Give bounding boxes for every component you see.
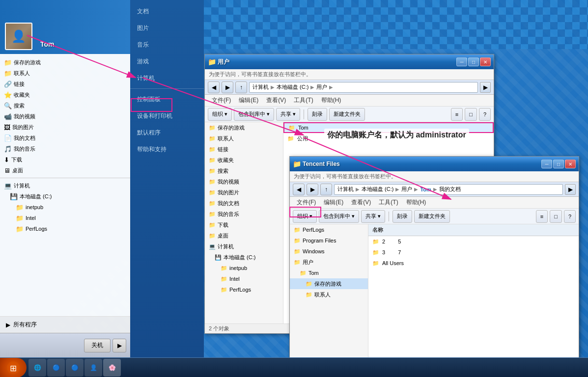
explorer2-newfolder-btn[interactable]: 新建文件夹 xyxy=(414,210,450,223)
explorer2-share-btn[interactable]: 共享 ▾ xyxy=(361,210,385,223)
explorer2-go-button[interactable]: ▶ xyxy=(565,184,576,195)
nav2-users[interactable]: 📁 用户 xyxy=(290,257,368,268)
explorer1-address-path[interactable]: 计算机 ▶ 本地磁盘 (C:) ▶ 用户 ▶ xyxy=(249,82,478,93)
program-search[interactable]: 🔍 搜索 xyxy=(0,100,130,111)
nav-contacts[interactable]: 📁 联系人 xyxy=(205,133,283,144)
explorer1-up-button[interactable]: ↑ xyxy=(235,81,247,93)
right-menu-help[interactable]: 帮助和支持 xyxy=(130,141,204,158)
explorer2-menu-tools[interactable]: 工具(T) xyxy=(375,197,402,208)
right-menu-computer[interactable]: 计算机 xyxy=(130,70,204,86)
explorer2-maximize-button[interactable]: □ xyxy=(553,160,564,168)
explorer1-menu-help[interactable]: 帮助(H) xyxy=(317,95,345,106)
explorer1-go-button[interactable]: ▶ xyxy=(480,82,491,93)
nav-downloads[interactable]: 📁 下载 xyxy=(205,219,283,230)
explorer1-menu-edit[interactable]: 编辑(E) xyxy=(235,95,262,106)
nav-local-disk-c[interactable]: 💾 本地磁盘 (C:) xyxy=(205,252,283,263)
explorer2-all-users[interactable]: 📁 All Users xyxy=(368,258,579,269)
explorer2-close-button[interactable]: ✕ xyxy=(565,160,576,168)
explorer2-file-3[interactable]: 📁 3 7 xyxy=(368,247,579,258)
explorer1-newfolder-btn[interactable]: 新建文件夹 xyxy=(329,108,365,121)
explorer2-preview-btn[interactable]: □ xyxy=(550,210,562,223)
program-computer[interactable]: 💻 计算机 xyxy=(0,180,130,191)
nav2-contacts[interactable]: 📁 联系人 xyxy=(290,289,368,300)
nav-favorites[interactable]: 📁 收藏夹 xyxy=(205,155,283,165)
program-my-pictures[interactable]: 🖼 我的图片 xyxy=(0,122,130,133)
program-my-music[interactable]: 🎵 我的音乐 xyxy=(0,143,130,154)
explorer2-back-button[interactable]: ◀ xyxy=(293,184,305,195)
nav-inetpub[interactable]: 📁 inetpub xyxy=(205,263,283,273)
explorer1-organize-btn[interactable]: 组织 ▾ xyxy=(208,108,232,121)
nav2-tom[interactable]: 📁 Tom xyxy=(290,268,368,278)
nav-saved-games[interactable]: 📁 保存的游戏 xyxy=(205,122,283,133)
right-menu-documents[interactable]: 文档 xyxy=(130,3,204,20)
nav-my-video[interactable]: 📁 我的视频 xyxy=(205,176,283,187)
explorer2-minimize-button[interactable]: ─ xyxy=(541,160,552,168)
explorer1-menu-view[interactable]: 查看(V) xyxy=(262,95,290,106)
nav-my-music[interactable]: 📁 我的音乐 xyxy=(205,209,283,219)
explorer1-include-btn[interactable]: 包含到库中 ▾ xyxy=(234,108,274,121)
explorer2-view-btn[interactable]: ≡ xyxy=(536,210,548,223)
nav-my-documents[interactable]: 📁 我的文档 xyxy=(205,198,283,209)
right-menu-music[interactable]: 音乐 xyxy=(130,36,204,53)
nav2-perflogs[interactable]: 📁 PerfLogs xyxy=(290,224,368,235)
program-my-documents[interactable]: 📄 我的文档 xyxy=(0,133,130,143)
nav-intel[interactable]: 📁 Intel xyxy=(205,273,283,284)
explorer1-view-btn[interactable]: ≡ xyxy=(451,108,463,121)
explorer1-forward-button[interactable]: ▶ xyxy=(222,81,233,93)
shutdown-arrow-button[interactable]: ▶ xyxy=(112,339,126,352)
program-links[interactable]: 🔗 链接 xyxy=(0,79,130,89)
explorer1-minimize-button[interactable]: ─ xyxy=(456,57,467,66)
program-perflogs[interactable]: 📁 PerfLogs xyxy=(0,223,130,234)
taskbar-item-1[interactable]: 🌐 xyxy=(28,359,46,377)
explorer2-menu-file[interactable]: 文件(F) xyxy=(293,197,320,208)
start-button[interactable]: ⊞ xyxy=(0,358,27,377)
explorer2-menu-help[interactable]: 帮助(H) xyxy=(402,197,430,208)
shutdown-button[interactable]: 关机 xyxy=(84,339,111,352)
program-inetpub[interactable]: 📁 inetpub xyxy=(0,202,130,213)
explorer2-include-btn[interactable]: 包含到库中 ▾ xyxy=(319,210,359,223)
explorer2-menu-view[interactable]: 查看(V) xyxy=(347,197,375,208)
nav-search[interactable]: 📁 搜索 xyxy=(205,165,283,176)
taskbar-item-3[interactable]: 🔵 xyxy=(66,359,84,377)
program-intel[interactable]: 📁 Intel xyxy=(0,213,130,223)
taskbar-item-4[interactable]: 👤 xyxy=(84,359,102,377)
explorer1-share-btn[interactable]: 共享 ▾ xyxy=(276,108,300,121)
program-local-disk[interactable]: 💾 本地磁盘 (C:) xyxy=(0,191,130,202)
explorer2-organize-btn[interactable]: 组织 ▾ xyxy=(293,210,317,223)
nav2-program-files[interactable]: 📁 Program Files xyxy=(290,235,368,246)
explorer1-close-button[interactable]: ✕ xyxy=(480,57,491,66)
program-desktop[interactable]: 🖥 桌面 xyxy=(0,165,130,176)
explorer1-preview-btn[interactable]: □ xyxy=(465,108,477,121)
right-menu-games[interactable]: 游戏 xyxy=(130,53,204,70)
explorer1-back-button[interactable]: ◀ xyxy=(208,81,220,93)
explorer1-maximize-button[interactable]: □ xyxy=(468,57,479,66)
explorer2-menu-edit[interactable]: 编辑(E) xyxy=(320,197,347,208)
nav2-saved-games[interactable]: 📁 保存的游戏 xyxy=(290,278,368,289)
explorer2-forward-button[interactable]: ▶ xyxy=(307,184,318,195)
program-downloads[interactable]: ⬇ 下载 xyxy=(0,154,130,165)
explorer1-burn-btn[interactable]: 刻录 xyxy=(308,108,327,121)
program-favorites[interactable]: ⭐ 收藏夹 xyxy=(0,89,130,100)
explorer1-menu-file[interactable]: 文件(F) xyxy=(208,95,235,106)
explorer2-address-path[interactable]: 计算机 ▶ 本地磁盘 (C:) ▶ 用户 ▶ Tom ▶ 我的文档 xyxy=(334,184,563,195)
explorer2-up-button[interactable]: ↑ xyxy=(320,184,332,195)
explorer2-file-2[interactable]: 📁 2 5 xyxy=(368,236,579,247)
program-my-video[interactable]: 📹 我的视频 xyxy=(0,111,130,122)
nav-perflogs[interactable]: 📁 PerfLogs xyxy=(205,284,283,295)
nav-desktop[interactable]: 📁 桌面 xyxy=(205,230,283,241)
nav-computer[interactable]: 💻 计算机 xyxy=(205,241,283,252)
right-menu-default-programs[interactable]: 默认程序 xyxy=(130,124,204,141)
taskbar-item-2[interactable]: 🔵 xyxy=(47,359,65,377)
nav-my-pictures[interactable]: 📁 我的图片 xyxy=(205,187,283,198)
program-saved-games[interactable]: 📁 保存的游戏 xyxy=(0,57,130,68)
right-menu-devices[interactable]: 设备和打印机 xyxy=(130,108,204,124)
right-menu-pictures[interactable]: 图片 xyxy=(130,20,204,36)
program-contacts[interactable]: 📁 联系人 xyxy=(0,68,130,79)
explorer1-menu-tools[interactable]: 工具(T) xyxy=(290,95,317,106)
explorer1-help-btn[interactable]: ? xyxy=(479,108,491,121)
explorer2-help-btn[interactable]: ? xyxy=(564,210,576,223)
taskbar-item-5[interactable]: 🌸 xyxy=(103,359,121,377)
all-programs-row[interactable]: ▶ 所有程序 xyxy=(0,316,130,333)
right-menu-control-panel[interactable]: 控制面板 xyxy=(130,91,204,108)
explorer2-burn-btn[interactable]: 刻录 xyxy=(392,210,412,223)
